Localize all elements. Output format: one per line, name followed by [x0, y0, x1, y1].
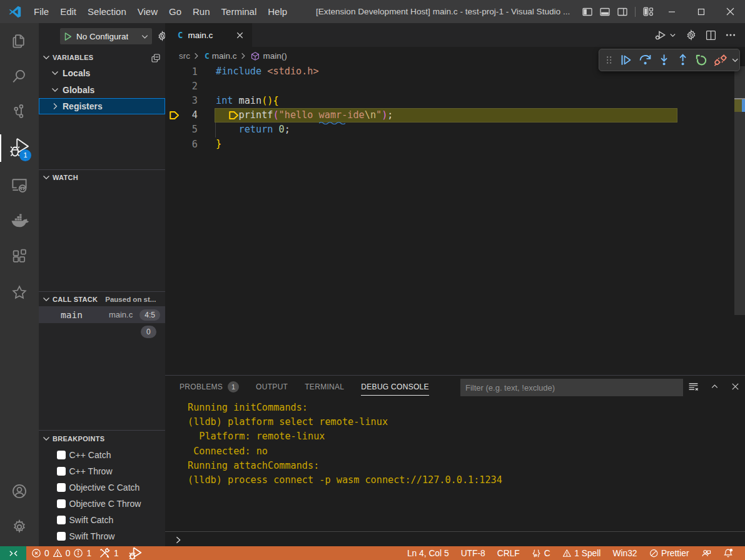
- current-frame-gutter-arrow-icon[interactable]: [169, 109, 180, 121]
- maximize-button[interactable]: [686, 0, 716, 23]
- code-line-1: #include <stdio.h>: [216, 64, 319, 79]
- breakpoint-row[interactable]: C++ Catch: [39, 447, 165, 463]
- code-area[interactable]: 123456 #include <stdio.h>int main(){ pri…: [165, 64, 745, 375]
- scope-row-locals[interactable]: Locals: [39, 65, 165, 81]
- language-status[interactable]: C: [525, 546, 556, 560]
- run-and-debug-icon[interactable]: 1: [0, 133, 39, 163]
- start-debug-icon[interactable]: [63, 31, 73, 42]
- watch-section-header[interactable]: WATCH: [39, 169, 165, 185]
- eol-status[interactable]: CRLF: [491, 546, 525, 560]
- cursor-position-status[interactable]: Ln 4, Col 5: [401, 546, 455, 560]
- continue-icon[interactable]: [619, 53, 632, 67]
- breadcrumb-symbol[interactable]: main(): [263, 51, 287, 61]
- editor-settings-gear-icon[interactable]: [686, 29, 697, 41]
- breakpoint-label: Objective C Catch: [69, 482, 140, 492]
- menu-run[interactable]: Run: [187, 0, 216, 23]
- console-filter-input[interactable]: Filter (e.g. text, !exclude): [460, 379, 683, 396]
- split-editor-icon[interactable]: [706, 30, 716, 41]
- call-stack-frame-row[interactable]: main main.c 4:5: [39, 306, 165, 323]
- breakpoint-row[interactable]: Swift Catch: [39, 512, 165, 528]
- formatter-label: Prettier: [661, 549, 689, 558]
- chevron-down-icon: [50, 68, 60, 78]
- breadcrumb-file[interactable]: main.c: [212, 51, 237, 61]
- debug-toolbar-chevron-icon[interactable]: [731, 56, 739, 65]
- toolbar-grip-icon[interactable]: [604, 55, 614, 65]
- remote-indicator[interactable]: [0, 546, 26, 560]
- panel-tabs: PROBLEMS1OUTPUTTERMINALDEBUG CONSOLE: [180, 376, 429, 398]
- disconnect-icon[interactable]: [714, 53, 727, 67]
- breakpoint-row[interactable]: Objective C Throw: [39, 496, 165, 512]
- breadcrumb-src[interactable]: src: [179, 51, 190, 61]
- debug-status[interactable]: [128, 546, 143, 560]
- toggle-secondary-sidebar-icon[interactable]: [617, 7, 627, 17]
- minimize-button[interactable]: [657, 0, 686, 23]
- explorer-icon[interactable]: [0, 26, 39, 56]
- close-panel-icon[interactable]: [731, 382, 740, 391]
- copy-value-icon[interactable]: [151, 53, 161, 63]
- debug-config-dropdown[interactable]: No Configurat: [60, 28, 152, 44]
- maximize-panel-icon[interactable]: [710, 382, 719, 391]
- customize-layout-icon[interactable]: [643, 6, 654, 17]
- menu-view[interactable]: View: [132, 0, 163, 23]
- clear-console-icon[interactable]: [688, 381, 699, 392]
- step-into-icon[interactable]: [657, 53, 671, 67]
- tab-label: main.c: [188, 31, 213, 40]
- code-line-4: printf("hello wamr-ide\n");: [216, 108, 393, 122]
- menu-terminal[interactable]: Terminal: [216, 0, 263, 23]
- menu-edit[interactable]: Edit: [54, 0, 82, 23]
- ports-status[interactable]: 1: [99, 546, 119, 560]
- run-or-debug-button[interactable]: [654, 29, 677, 41]
- breakpoint-row[interactable]: Swift Throw: [39, 528, 165, 544]
- breakpoint-checkbox[interactable]: [57, 532, 66, 541]
- toggle-panel-icon[interactable]: [600, 7, 610, 17]
- line-number: 3: [179, 95, 198, 106]
- encoding-status[interactable]: UTF-8: [455, 546, 491, 560]
- step-over-icon[interactable]: [639, 53, 652, 67]
- menu-help[interactable]: Help: [262, 0, 293, 23]
- restart-icon[interactable]: [695, 53, 708, 67]
- menu-selection[interactable]: Selection: [82, 0, 132, 23]
- problems-status[interactable]: 0 0 1: [31, 546, 91, 560]
- account-icon[interactable]: [0, 476, 39, 506]
- panel-tab-output[interactable]: OUTPUT: [256, 376, 288, 398]
- debug-toolbar[interactable]: [599, 49, 740, 71]
- remote-explorer-icon[interactable]: [0, 170, 39, 200]
- source-control-icon[interactable]: [0, 96, 39, 126]
- breakpoint-checkbox[interactable]: [57, 451, 66, 459]
- breakpoint-checkbox[interactable]: [57, 516, 66, 524]
- search-icon[interactable]: [0, 61, 39, 91]
- call-stack-section-header[interactable]: CALL STACK Paused on st...: [39, 291, 165, 307]
- settings-gear-icon[interactable]: [0, 512, 39, 542]
- breakpoint-checkbox[interactable]: [57, 483, 66, 492]
- scope-row-registers[interactable]: Registers: [39, 98, 165, 114]
- tab-main-c[interactable]: C main.c: [165, 23, 252, 47]
- platform-status[interactable]: Win32: [607, 546, 643, 560]
- spell-status[interactable]: 1 Spell: [556, 546, 607, 560]
- feedback-status[interactable]: [695, 546, 717, 560]
- panel-tab-terminal[interactable]: TERMINAL: [305, 376, 344, 398]
- breakpoint-checkbox[interactable]: [57, 499, 66, 508]
- breakpoint-row[interactable]: Objective C Catch: [39, 479, 165, 496]
- docker-icon[interactable]: [0, 206, 39, 236]
- menu-file[interactable]: File: [28, 0, 54, 23]
- breakpoint-label: Objective C Throw: [69, 499, 141, 509]
- formatter-status[interactable]: Prettier: [643, 546, 695, 560]
- debug-gear-icon[interactable]: [157, 31, 165, 41]
- breakpoint-row[interactable]: C++ Throw: [39, 463, 165, 479]
- menu-go[interactable]: Go: [163, 0, 187, 23]
- debug-console-input[interactable]: [165, 531, 745, 546]
- notifications-status[interactable]: [717, 546, 739, 560]
- close-tab-icon[interactable]: [235, 31, 245, 40]
- extensions-icon[interactable]: [0, 241, 39, 271]
- more-actions-icon[interactable]: [725, 29, 736, 41]
- close-button[interactable]: [716, 0, 745, 23]
- panel-tab-debug-console[interactable]: DEBUG CONSOLE: [361, 376, 429, 398]
- panel-tab-problems[interactable]: PROBLEMS1: [180, 376, 239, 398]
- breakpoint-checkbox[interactable]: [57, 467, 66, 476]
- scope-row-globals[interactable]: Globals: [39, 82, 165, 98]
- variables-section-header[interactable]: VARIABLES: [39, 50, 165, 65]
- breakpoints-section-header[interactable]: BREAKPOINTS: [39, 430, 165, 446]
- toggle-sidebar-icon[interactable]: [582, 7, 592, 17]
- step-out-icon[interactable]: [676, 53, 689, 67]
- star-icon[interactable]: [0, 278, 39, 308]
